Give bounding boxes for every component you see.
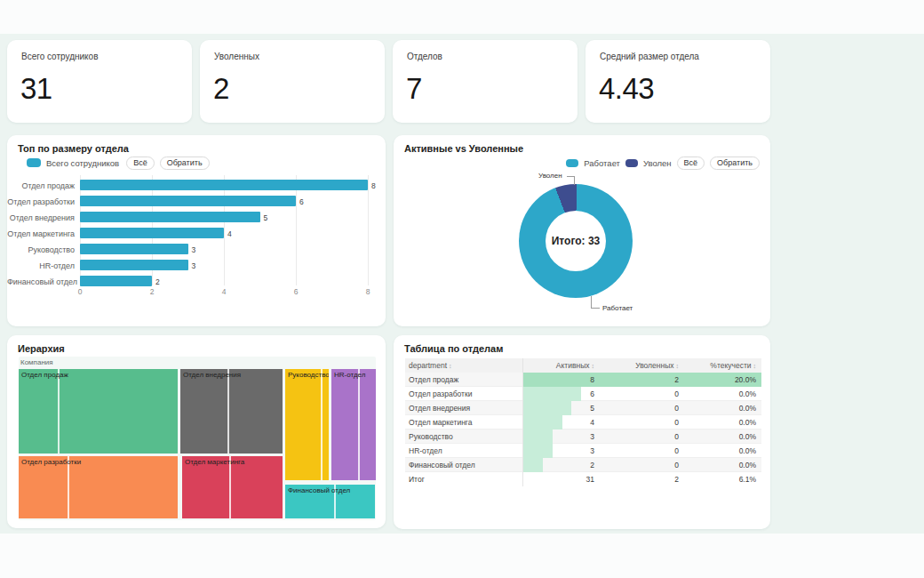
value-cell: 0 — [600, 444, 684, 458]
treemap-tile[interactable]: Отдел маркетинга — [182, 456, 283, 518]
cell-value: 0 — [674, 401, 679, 415]
treemap-tile-label: Отдел внедрения — [183, 371, 241, 379]
treemap-tile[interactable]: HR-отдел — [331, 369, 376, 480]
bar-value-label: 6 — [299, 197, 304, 206]
sort-icon[interactable]: ↕ — [447, 363, 451, 369]
department-cell: Руководство — [405, 429, 522, 444]
cell-value: 5 — [590, 401, 594, 415]
treemap-tile[interactable]: Финансовый отдел — [285, 485, 375, 518]
treemap-tile-label: Руководство — [288, 371, 329, 379]
data-bar — [523, 401, 571, 415]
bar-value-label: 2 — [155, 277, 160, 286]
bar[interactable] — [80, 260, 188, 270]
cell-value: 2 — [590, 458, 594, 472]
kpi-label: Всего сотрудников — [21, 52, 98, 61]
cell-value: 2 — [674, 472, 679, 486]
cell-value: 0.0% — [739, 401, 756, 415]
treemap-tile[interactable]: Отдел продаж — [19, 369, 178, 454]
bar[interactable] — [80, 196, 296, 206]
treemap-title: Иерархия — [18, 343, 65, 354]
value-cell: 8 — [522, 373, 600, 387]
gridline — [296, 175, 297, 285]
table-title: Таблица по отделам — [404, 343, 503, 354]
value-cell: 5 — [522, 401, 600, 415]
category-label: Отдел разработки — [7, 197, 75, 206]
legend-label-working[interactable]: Работает — [584, 158, 620, 168]
category-label: Финансовый отдел — [7, 277, 75, 286]
invert-button[interactable]: Обратить — [710, 157, 760, 170]
kpi-label: Средний размер отдела — [600, 52, 699, 61]
column-header[interactable]: Активных ↕ — [522, 358, 600, 373]
bar-plot-area: 02468Отдел продаж8Отдел разработки6Отдел… — [7, 135, 386, 326]
category-label: Отдел внедрения — [7, 213, 75, 222]
value-cell: 0.0% — [684, 429, 761, 444]
treemap-subtile-divider — [58, 369, 60, 454]
cell-value: 0.0% — [739, 458, 756, 472]
table-card: Таблица по отделам department ↕Активных … — [394, 335, 770, 529]
data-bar — [523, 429, 553, 444]
donut-center-label: Итого: 33 — [546, 211, 606, 271]
cell-value: 0.0% — [739, 429, 756, 444]
cell-value: 0.0% — [739, 387, 756, 401]
column-header[interactable]: Уволенных ↕ — [600, 358, 684, 373]
value-cell: 4 — [522, 415, 600, 429]
all-button[interactable]: Всё — [677, 157, 705, 170]
bar-chart-card: Топ по размеру отдела Всего сотрудников … — [7, 135, 386, 326]
bar-value-label: 3 — [192, 245, 196, 254]
kpi-label: Уволенных — [214, 52, 259, 61]
cell-value: 31 — [586, 472, 594, 486]
x-tick-label: 8 — [359, 287, 377, 296]
value-cell: 0.0% — [684, 458, 761, 472]
legend-swatch-fired-icon[interactable] — [625, 159, 638, 167]
sort-icon[interactable]: ↕ — [674, 363, 679, 369]
treemap-tile[interactable]: Руководство — [285, 369, 329, 480]
treemap-subtile-divider — [358, 369, 360, 480]
treemap-tiles-area: Отдел продажОтдел внедренияРуководствоHR… — [19, 357, 376, 520]
department-cell: HR-отдел — [405, 444, 522, 458]
treemap-tile-label: Отдел разработки — [21, 458, 81, 466]
donut-chart-legend: Работает Уволен Всё Обратить — [566, 157, 760, 169]
table-row: Отдел маркетинга400.0% — [405, 415, 761, 429]
bar-value-label: 3 — [192, 261, 196, 270]
cell-value: 20.0% — [735, 373, 756, 387]
gridline — [368, 175, 369, 285]
legend-label-fired[interactable]: Уволен — [643, 158, 672, 168]
column-header[interactable]: department ↕ — [405, 358, 522, 373]
data-bar — [523, 444, 553, 458]
department-cell: Отдел внедрения — [405, 401, 522, 415]
cell-value: 8 — [590, 373, 594, 387]
treemap-tile-label: HR-отдел — [334, 371, 365, 379]
cell-value: 0 — [674, 458, 679, 472]
treemap-tile[interactable]: Отдел внедрения — [180, 369, 283, 454]
kpi-card-avg-department-size: Средний размер отдела 4.43 — [585, 40, 770, 123]
cell-value: 3 — [590, 444, 594, 458]
table-row: Отдел внедрения500.0% — [405, 401, 761, 415]
category-label: Отдел маркетинга — [7, 229, 75, 238]
bar[interactable] — [80, 180, 368, 190]
treemap-tile[interactable]: Отдел разработки — [19, 456, 178, 518]
value-cell: 3 — [522, 444, 600, 458]
bar[interactable] — [80, 228, 224, 238]
value-cell: 0.0% — [684, 401, 761, 415]
bar[interactable] — [80, 212, 260, 222]
table-row: Отдел разработки600.0% — [405, 387, 761, 401]
cell-value: 6.1% — [739, 472, 756, 486]
bar[interactable] — [80, 244, 188, 254]
treemap-tile-label: Отдел маркетинга — [185, 458, 244, 466]
value-cell: 3 — [522, 429, 600, 444]
kpi-value: 2 — [213, 72, 229, 106]
legend-swatch-working-icon[interactable] — [566, 159, 578, 167]
x-tick-label: 4 — [215, 287, 233, 296]
sort-icon[interactable]: ↕ — [590, 363, 594, 369]
sort-icon[interactable]: ↕ — [752, 363, 756, 369]
callout-line — [591, 296, 592, 309]
value-cell: 0 — [600, 458, 684, 472]
data-bar — [523, 458, 543, 472]
column-header[interactable]: %текучести ↕ — [684, 358, 761, 373]
value-cell: 0 — [600, 401, 684, 415]
bar-value-label: 5 — [264, 213, 268, 222]
table-row: Руководство300.0% — [405, 429, 761, 444]
bar[interactable] — [80, 276, 152, 286]
callout-fired-label: Уволен — [538, 172, 562, 180]
table-row: HR-отдел300.0% — [405, 444, 761, 458]
